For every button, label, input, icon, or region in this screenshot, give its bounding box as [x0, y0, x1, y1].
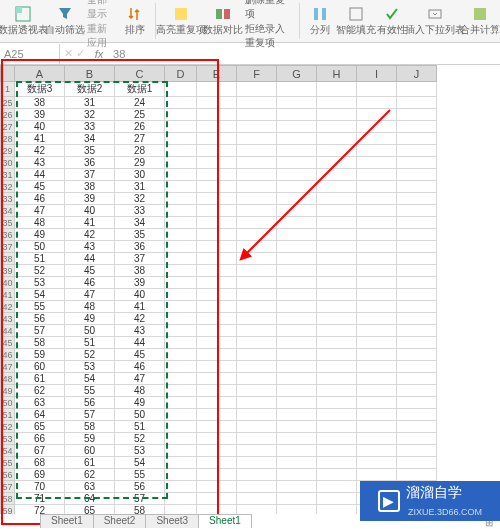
- cell[interactable]: [165, 133, 197, 145]
- cell[interactable]: [237, 205, 277, 217]
- cell[interactable]: 69: [15, 469, 65, 481]
- cell[interactable]: [317, 82, 357, 97]
- table-row[interactable]: 42554841: [1, 301, 437, 313]
- cell[interactable]: [397, 289, 437, 301]
- cell[interactable]: 62: [65, 469, 115, 481]
- cell[interactable]: 63: [15, 397, 65, 409]
- cell[interactable]: 53: [15, 277, 65, 289]
- cell[interactable]: [317, 145, 357, 157]
- cell[interactable]: 56: [115, 481, 165, 493]
- cell[interactable]: [357, 109, 397, 121]
- cell[interactable]: 32: [65, 109, 115, 121]
- cell[interactable]: 42: [115, 313, 165, 325]
- cell[interactable]: [277, 409, 317, 421]
- cell[interactable]: 40: [115, 289, 165, 301]
- cell[interactable]: [237, 349, 277, 361]
- cell[interactable]: [165, 205, 197, 217]
- cell[interactable]: [397, 445, 437, 457]
- cell[interactable]: [197, 349, 237, 361]
- row-num[interactable]: 30: [1, 157, 15, 169]
- cell[interactable]: [277, 337, 317, 349]
- cell[interactable]: [197, 457, 237, 469]
- table-row[interactable]: 39524538: [1, 265, 437, 277]
- cell[interactable]: [197, 217, 237, 229]
- table-row[interactable]: 56696255: [1, 469, 437, 481]
- cell[interactable]: [397, 229, 437, 241]
- cell[interactable]: [197, 157, 237, 169]
- row-num[interactable]: 56: [1, 469, 15, 481]
- table-row[interactable]: 51645750: [1, 409, 437, 421]
- cell[interactable]: [397, 301, 437, 313]
- cell[interactable]: [397, 145, 437, 157]
- cell[interactable]: [277, 229, 317, 241]
- cell[interactable]: [165, 217, 197, 229]
- cell[interactable]: 51: [115, 421, 165, 433]
- cell[interactable]: [197, 301, 237, 313]
- cell[interactable]: [197, 253, 237, 265]
- cell[interactable]: [357, 241, 397, 253]
- cell[interactable]: 35: [65, 145, 115, 157]
- table-row[interactable]: 29423528: [1, 145, 437, 157]
- tab-sheet2[interactable]: Sheet2: [93, 514, 147, 528]
- cell[interactable]: 72: [15, 505, 65, 515]
- table-row[interactable]: 45585144: [1, 337, 437, 349]
- cell[interactable]: 57: [65, 409, 115, 421]
- cell[interactable]: 58: [15, 337, 65, 349]
- cell[interactable]: [165, 169, 197, 181]
- cell[interactable]: [165, 313, 197, 325]
- cell[interactable]: [357, 97, 397, 109]
- cell[interactable]: [277, 133, 317, 145]
- row-num[interactable]: 31: [1, 169, 15, 181]
- cell[interactable]: 59: [65, 433, 115, 445]
- cell[interactable]: [277, 145, 317, 157]
- smartfill-button[interactable]: 智能填充: [340, 1, 372, 41]
- row-num[interactable]: 29: [1, 145, 15, 157]
- cell[interactable]: 48: [65, 301, 115, 313]
- cell[interactable]: [357, 469, 397, 481]
- cell[interactable]: [317, 193, 357, 205]
- cell[interactable]: [317, 445, 357, 457]
- consolidate-button[interactable]: 合并计算: [464, 1, 496, 41]
- col-A[interactable]: A: [15, 66, 65, 82]
- cell[interactable]: [277, 217, 317, 229]
- cell[interactable]: [237, 109, 277, 121]
- cell[interactable]: 61: [65, 457, 115, 469]
- cell[interactable]: [237, 313, 277, 325]
- worksheet[interactable]: A B C D E F G H I J 1 数据3 数据2 数据1 253831…: [0, 65, 500, 514]
- cell[interactable]: [357, 337, 397, 349]
- cell[interactable]: 61: [15, 373, 65, 385]
- cell[interactable]: 56: [65, 397, 115, 409]
- col-G[interactable]: G: [277, 66, 317, 82]
- table-row[interactable]: 46595245: [1, 349, 437, 361]
- cell[interactable]: [277, 361, 317, 373]
- column-headers[interactable]: A B C D E F G H I J: [1, 66, 437, 82]
- cell[interactable]: [237, 82, 277, 97]
- cell[interactable]: [197, 97, 237, 109]
- cell[interactable]: [277, 97, 317, 109]
- hdr-A[interactable]: 数据3: [15, 82, 65, 97]
- cell[interactable]: [277, 349, 317, 361]
- cell[interactable]: [357, 82, 397, 97]
- cell[interactable]: [197, 493, 237, 505]
- cell[interactable]: [237, 193, 277, 205]
- cell[interactable]: [397, 217, 437, 229]
- cell[interactable]: [357, 265, 397, 277]
- row-num[interactable]: 39: [1, 265, 15, 277]
- cell[interactable]: [237, 133, 277, 145]
- cell[interactable]: [165, 481, 197, 493]
- cell[interactable]: 60: [15, 361, 65, 373]
- cell[interactable]: [237, 289, 277, 301]
- row-num[interactable]: 34: [1, 205, 15, 217]
- split-col-button[interactable]: 分列: [306, 1, 334, 41]
- cell[interactable]: [197, 121, 237, 133]
- cell[interactable]: [237, 337, 277, 349]
- row-num[interactable]: 43: [1, 313, 15, 325]
- cell[interactable]: [165, 265, 197, 277]
- cell[interactable]: [165, 409, 197, 421]
- cell[interactable]: [237, 121, 277, 133]
- cell[interactable]: [317, 469, 357, 481]
- cell[interactable]: [277, 265, 317, 277]
- cell[interactable]: [237, 457, 277, 469]
- cell[interactable]: [317, 109, 357, 121]
- cell[interactable]: [165, 82, 197, 97]
